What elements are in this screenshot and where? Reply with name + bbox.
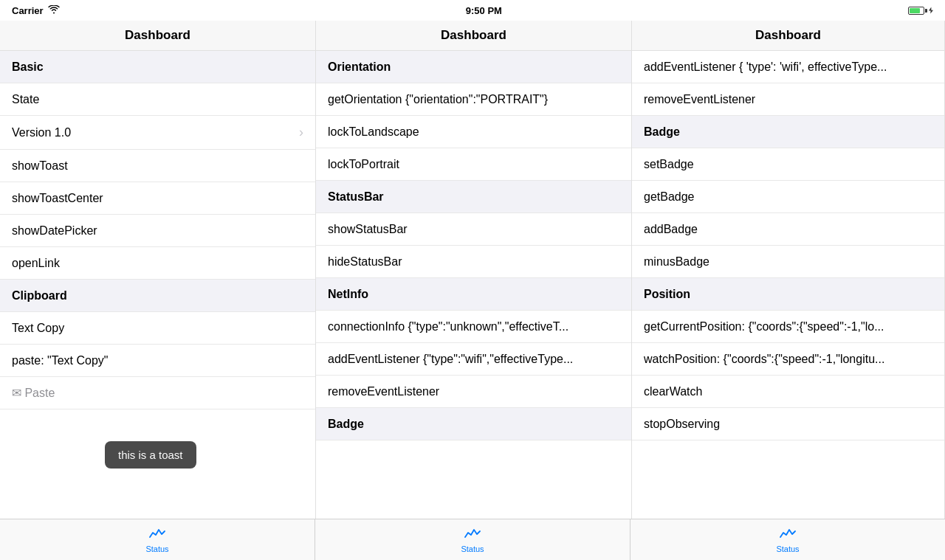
list-item[interactable]: paste: "Text Copy" xyxy=(0,345,315,377)
list-item[interactable]: Badge xyxy=(632,116,944,148)
tab-label-center: Status xyxy=(461,545,484,553)
chevron-right-icon: › xyxy=(299,125,303,140)
list-item[interactable]: addEventListener {"type":"wifi","effecti… xyxy=(316,343,631,376)
list-item[interactable]: addEventListener { 'type': 'wifi', effec… xyxy=(632,51,944,83)
list-item[interactable]: openLink xyxy=(0,247,315,280)
tab-label-left: Status xyxy=(145,545,168,553)
list-item[interactable]: Orientation xyxy=(316,51,631,83)
list-item[interactable]: clearWatch xyxy=(632,376,944,408)
tab-status-center[interactable]: Status xyxy=(315,519,630,560)
tab-status-left[interactable]: Status xyxy=(0,519,315,560)
center-list[interactable]: Orientation getOrientation {"orientation… xyxy=(316,51,631,519)
list-item[interactable]: Position xyxy=(632,278,944,311)
list-item[interactable]: Basic xyxy=(0,51,315,83)
list-item[interactable]: lockToLandscape xyxy=(316,116,631,148)
status-bar: Carrier 9:50 PM xyxy=(0,0,945,21)
list-item[interactable]: getOrientation {"orientation":"PORTRAIT"… xyxy=(316,83,631,116)
tab-bar: Status Status Status xyxy=(0,519,945,560)
toast-text: this is a toast xyxy=(118,449,183,461)
list-item[interactable]: showStatusBar xyxy=(316,213,631,246)
list-item[interactable]: ✉ Paste xyxy=(0,377,315,409)
list-item[interactable]: State xyxy=(0,83,315,116)
list-item[interactable]: Text Copy xyxy=(0,312,315,345)
content-area: Dashboard Basic State Version 1.0 › show… xyxy=(0,21,945,519)
list-item[interactable]: getCurrentPosition: {"coords":{"speed":-… xyxy=(632,311,944,343)
list-item[interactable]: watchPosition: {"coords":{"speed":-1,"lo… xyxy=(632,343,944,376)
list-item[interactable]: stopObserving xyxy=(632,408,944,440)
list-item[interactable]: minusBadge xyxy=(632,246,944,278)
status-icon-right xyxy=(780,527,796,543)
status-bar-left: Carrier xyxy=(12,5,60,16)
panel-center-header: Dashboard xyxy=(316,21,631,51)
list-item[interactable]: Version 1.0 › xyxy=(0,116,315,150)
list-item[interactable]: hideStatusBar xyxy=(316,246,631,278)
list-item[interactable]: getBadge xyxy=(632,181,944,213)
list-item[interactable]: addBadge xyxy=(632,213,944,246)
carrier-label: Carrier xyxy=(12,5,44,16)
list-item[interactable]: setBadge xyxy=(632,148,944,181)
list-item[interactable]: NetInfo xyxy=(316,278,631,311)
panel-center: Dashboard Orientation getOrientation {"o… xyxy=(316,21,632,519)
panel-right: Dashboard addEventListener { 'type': 'wi… xyxy=(632,21,945,519)
list-item[interactable]: Badge xyxy=(316,408,631,440)
battery-icon xyxy=(908,7,933,15)
list-item[interactable]: showDatePicker xyxy=(0,215,315,247)
wifi-icon xyxy=(48,5,60,16)
tab-status-right[interactable]: Status xyxy=(630,519,945,560)
panel-left-header: Dashboard xyxy=(0,21,315,51)
status-bar-right xyxy=(908,7,933,15)
status-bar-time: 9:50 PM xyxy=(466,5,502,16)
list-item[interactable]: lockToPortrait xyxy=(316,148,631,181)
list-item[interactable]: showToast xyxy=(0,150,315,182)
status-icon-center xyxy=(464,527,481,543)
status-icon xyxy=(149,527,165,543)
panel-right-header: Dashboard xyxy=(632,21,944,51)
list-item[interactable]: removeEventListener xyxy=(316,376,631,408)
list-item[interactable]: removeEventListener xyxy=(632,83,944,116)
list-item[interactable]: showToastCenter xyxy=(0,182,315,215)
list-item[interactable]: StatusBar xyxy=(316,181,631,213)
list-item[interactable]: Clipboard xyxy=(0,280,315,312)
right-list[interactable]: addEventListener { 'type': 'wifi', effec… xyxy=(632,51,944,519)
tab-label-right: Status xyxy=(776,545,799,553)
list-item[interactable]: connectionInfo {"type":"unknown","effect… xyxy=(316,311,631,343)
toast-notification: this is a toast xyxy=(105,441,196,469)
